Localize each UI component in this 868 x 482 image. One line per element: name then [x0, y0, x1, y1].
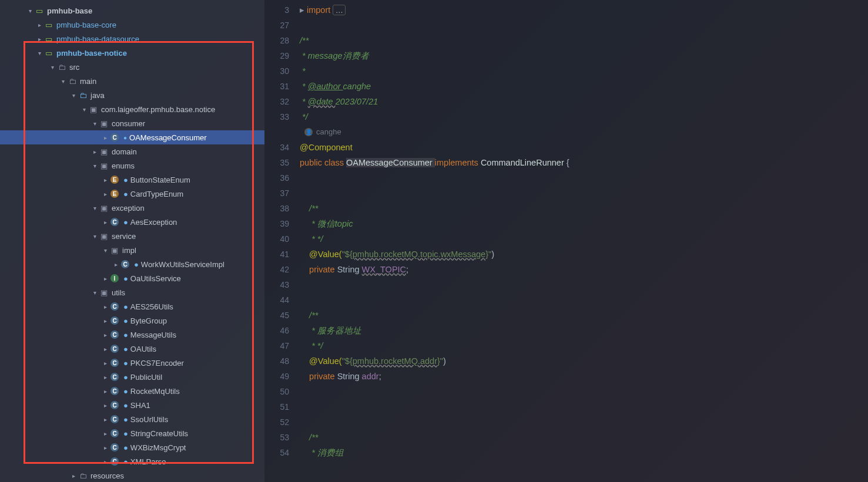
chevron-right-icon: ▸ — [101, 304, 109, 310]
tree-module-pmhub-base-notice[interactable]: ▾▭pmhub-base-notice — [0, 46, 264, 60]
module-icon: ▭ — [43, 35, 54, 43]
tree-class-oamessageconsumer[interactable]: ▸C●OAMessageConsumer — [0, 130, 264, 144]
class-icon: C — [109, 316, 120, 325]
modified-indicator-icon: ● — [123, 429, 128, 438]
chevron-right-icon: ▸ — [112, 261, 120, 268]
modified-indicator-icon: ● — [123, 274, 128, 283]
class-icon: C — [109, 133, 120, 141]
tree-interface-oautilsservice[interactable]: ▸I●OaUtilsService — [0, 271, 264, 285]
chevron-right-icon: ▸ — [35, 22, 43, 28]
modified-indicator-icon: ● — [123, 302, 128, 311]
class-icon: C — [109, 415, 120, 423]
modified-indicator-icon: ● — [123, 345, 128, 353]
chevron-down-icon: ▾ — [59, 78, 67, 85]
tree-package-consumer[interactable]: ▾▣consumer — [0, 116, 264, 130]
modified-indicator-icon: ● — [134, 260, 139, 269]
tree-enum-buttonstateenum[interactable]: ▸E●ButtonStateEnum — [0, 173, 264, 187]
modified-indicator-icon: ● — [123, 176, 128, 184]
modified-indicator-icon: ● — [123, 331, 128, 339]
package-icon: ▣ — [99, 288, 109, 297]
chevron-right-icon: ▸ — [101, 134, 109, 141]
class-icon: C — [109, 429, 120, 437]
tree-package-service[interactable]: ▾▣service — [0, 229, 264, 243]
tree-enum-cardtypeenum[interactable]: ▸E●CardTypeEnum — [0, 187, 264, 201]
tree-class-publicutil[interactable]: ▸C●PublicUtil — [0, 370, 264, 384]
package-icon: ▣ — [99, 232, 109, 241]
class-icon: C — [109, 373, 120, 381]
code-editor[interactable]: 3 27 28 29 30 31 32 33 34 35 36 37 38 39… — [264, 0, 868, 482]
chevron-down-icon: ▾ — [91, 163, 99, 169]
tree-class-bytegroup[interactable]: ▸C●ByteGroup — [0, 314, 264, 328]
chevron-down-icon: ▾ — [48, 64, 56, 70]
chevron-down-icon: ▾ — [91, 289, 99, 296]
modified-indicator-icon: ● — [123, 316, 128, 325]
class-icon: C — [109, 345, 120, 353]
modified-indicator-icon: ● — [123, 401, 128, 410]
chevron-right-icon: ▸ — [101, 177, 109, 183]
package-icon: ▣ — [99, 119, 109, 128]
package-icon: ▣ — [99, 161, 109, 170]
tree-class-oautils[interactable]: ▸C●OAUtils — [0, 342, 264, 356]
tree-class-sha1[interactable]: ▸C●SHA1 — [0, 398, 264, 412]
line-number-gutter: 3 27 28 29 30 31 32 33 34 35 36 37 38 39… — [264, 0, 300, 482]
tree-class-ssourlutils[interactable]: ▸C●SsoUrlUtils — [0, 412, 264, 426]
modified-indicator-icon: ● — [123, 415, 128, 424]
tree-class-aesexception[interactable]: ▸C●AesException — [0, 215, 264, 229]
chevron-right-icon: ▸ — [69, 473, 78, 479]
chevron-right-icon: ▸ — [91, 149, 99, 155]
tree-class-xmlparse[interactable]: ▸C●XMLParse — [0, 454, 264, 468]
tree-module-pmhub-base-datasource[interactable]: ▸▭pmhub-base-datasource — [0, 32, 264, 46]
tree-class-messageutils[interactable]: ▸C●MessageUtils — [0, 328, 264, 342]
tree-package-exception[interactable]: ▾▣exception — [0, 201, 264, 215]
avatar-icon: 👤 — [304, 128, 313, 136]
tree-package-enums[interactable]: ▾▣enums — [0, 159, 264, 173]
chevron-right-icon: ▸ — [101, 275, 109, 282]
class-icon: C — [120, 260, 130, 268]
tree-folder-src[interactable]: ▾🗀src — [0, 60, 264, 74]
chevron-right-icon: ▸ — [101, 374, 109, 380]
tree-folder-java[interactable]: ▾🗀java — [0, 88, 264, 102]
tree-folder-resources[interactable]: ▸🗀resources — [0, 468, 264, 482]
tree-package-impl[interactable]: ▾▣impl — [0, 243, 264, 257]
project-tree-sidebar[interactable]: ▾▭pmhub-base ▸▭pmhub-base-core ▸▭pmhub-b… — [0, 0, 264, 482]
tree-class-workwxutilsserviceimpl[interactable]: ▸C●WorkWxUtilsServiceImpl — [0, 257, 264, 271]
chevron-down-icon: ▾ — [69, 92, 78, 99]
tree-package-domain[interactable]: ▸▣domain — [0, 144, 264, 159]
package-icon: ▣ — [99, 204, 109, 213]
tree-module-pmhub-base[interactable]: ▾▭pmhub-base — [0, 4, 264, 18]
modified-indicator-icon: ● — [123, 190, 128, 198]
package-icon: ▣ — [109, 246, 120, 255]
tree-class-rocketmqutils[interactable]: ▸C●RocketMqUtils — [0, 384, 264, 398]
folder-icon: 🗀 — [67, 77, 78, 86]
enum-icon: E — [109, 176, 120, 184]
tree-folder-main[interactable]: ▾🗀main — [0, 74, 264, 88]
tree-class-pkcs7encoder[interactable]: ▸C●PKCS7Encoder — [0, 356, 264, 370]
chevron-right-icon: ▸ — [101, 191, 109, 197]
class-icon: C — [109, 331, 120, 339]
fold-icon[interactable]: ▸ — [300, 2, 307, 18]
tree-class-aes256utils[interactable]: ▸C●AES256Utils — [0, 299, 264, 314]
chevron-down-icon: ▾ — [101, 247, 109, 254]
class-icon: C — [109, 359, 120, 367]
tree-package-utils[interactable]: ▾▣utils — [0, 285, 264, 299]
modified-indicator-icon: ● — [123, 218, 128, 227]
tree-class-stringcreateutils[interactable]: ▸C●StringCreateUtils — [0, 426, 264, 440]
tree-class-wxbizmsgcrypt[interactable]: ▸C●WXBizMsgCrypt — [0, 440, 264, 454]
modified-indicator-icon: ● — [123, 373, 128, 382]
modified-indicator-icon: ● — [123, 134, 127, 141]
code-content[interactable]: ▸import ... /** * message消费者 * * @author… — [300, 0, 868, 482]
modified-indicator-icon: ● — [123, 457, 128, 466]
class-icon: C — [109, 218, 120, 226]
package-icon: ▣ — [88, 105, 99, 114]
interface-icon: I — [109, 274, 120, 282]
chevron-right-icon: ▸ — [101, 416, 109, 423]
class-icon: C — [109, 302, 120, 311]
modified-indicator-icon: ● — [123, 387, 128, 396]
tree-package-base-notice[interactable]: ▾▣com.laigeoffer.pmhub.base.notice — [0, 102, 264, 116]
module-icon: ▭ — [43, 21, 54, 29]
module-icon: ▭ — [43, 49, 54, 58]
tree-module-pmhub-base-core[interactable]: ▸▭pmhub-base-core — [0, 18, 264, 32]
enum-icon: E — [109, 190, 120, 198]
chevron-right-icon: ▸ — [101, 332, 109, 338]
chevron-right-icon: ▸ — [101, 444, 109, 451]
